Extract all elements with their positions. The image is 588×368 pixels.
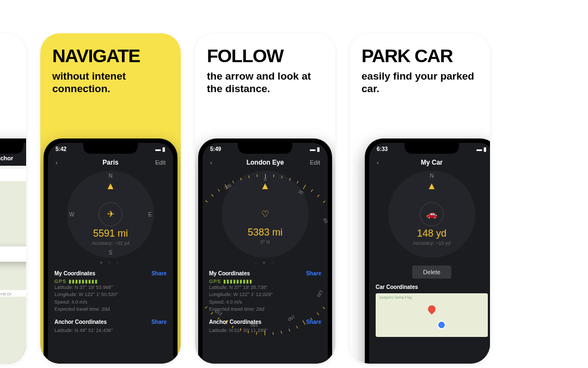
page-dots[interactable]: ○ ● ○ (203, 260, 328, 265)
eta: Expected travel time: 29d (54, 306, 167, 313)
notch (238, 143, 292, 154)
compass-north: N (430, 173, 433, 179)
card-subtitle: the arrow and look at the distance. (207, 70, 323, 96)
compass-east: E (148, 211, 152, 217)
compass-north: N (108, 173, 112, 179)
phone-mockup: 5:42 ▬ ▮ ‹ Paris Edit N S E W ▲ ✈ 5591 m… (44, 138, 177, 364)
promo-card-save: SAVE location by map or address. Add Anc… (0, 33, 26, 364)
mini-map[interactable]: Junipero Serra Fwy (376, 293, 488, 337)
compass-south: S (109, 250, 113, 256)
anchor-latitude: Latitude: N 51° 30' 11.280'' (209, 327, 321, 335)
status-icons: ▬ ▮ (310, 146, 320, 152)
status-time: 5:49 (210, 146, 221, 152)
phone-mockup: 5:49 ▬ ▮ ‹ London Eye Edit 0306090120150… (198, 138, 332, 364)
status-icons: ▬ ▮ (476, 146, 487, 152)
edit-button[interactable]: Edit (305, 159, 320, 166)
user-location-icon (437, 321, 446, 329)
card-title: NAVIGATE (52, 45, 169, 67)
promo-card-navigate: NAVIGATE without intenet connection. 5:4… (40, 33, 181, 364)
card-subtitle: without intenet connection. (52, 70, 169, 96)
gps-signal: GPS ▮▮▮▮▮▮▮▮▮ (209, 279, 321, 284)
distance-value: 148 yd (388, 228, 475, 239)
nav-title: My Car (421, 159, 443, 166)
car-pin-icon (426, 304, 437, 315)
status-time: 6:33 (377, 146, 388, 152)
anchor-coordinates-section: Anchor Coordinates Share Latitude: N 48°… (54, 319, 167, 335)
road-label: Junipero Serra Fwy (379, 295, 412, 299)
section-title: Car Coordinates (376, 284, 418, 290)
promo-card-follow: FOLLOW the arrow and look at the distanc… (195, 33, 335, 364)
nav-title: Paris (102, 159, 118, 166)
nav-bar: ‹ My Car (369, 152, 490, 168)
section-title: My Coordinates (54, 270, 95, 276)
car-icon: 🚗 (420, 202, 444, 226)
compass: N ▲ 🚗 148 yd Accuracy: ~10 yd (388, 171, 475, 258)
heart-icon: ♡ (254, 203, 277, 226)
back-button[interactable]: ‹ (210, 159, 225, 166)
direction-arrow-icon: ▲ (260, 180, 270, 192)
accuracy-label: Accuracy: ~10 yd (388, 240, 475, 246)
status-icons: ▬ ▮ (155, 146, 166, 152)
card-subtitle: location by map or address. (0, 70, 14, 96)
section-title: Anchor Coordinates (54, 319, 107, 325)
card-title: SAVE (0, 45, 14, 67)
notch (0, 143, 23, 154)
page-dots[interactable]: ● ○ ○ (48, 260, 173, 265)
edit-button[interactable]: Edit (150, 159, 166, 166)
share-button[interactable]: Share (151, 270, 167, 276)
delete-button[interactable]: Delete (412, 266, 451, 279)
nav-title: London Eye (247, 159, 284, 166)
gps-signal: GPS ▮▮▮▮▮▮▮▮▮ (54, 279, 167, 284)
map-area[interactable]: Merritt Dr (0, 181, 26, 364)
share-button[interactable]: Share (306, 319, 321, 325)
phone-mockup: 6:33 ▬ ▮ ‹ My Car N ▲ 🚗 148 yd Accuracy:… (365, 138, 490, 364)
coordinate-popup: 49.024'' — W 122° 1' 41.185'' (0, 246, 26, 262)
longitude: Longitude: W 122° 1' 50.520'' (54, 291, 167, 299)
compass-degrees: 0306090120150180210240270300330 ▲ ♡ 5383… (222, 171, 309, 258)
latitude: Latitude: N 37° 19' 53.968'' (54, 284, 167, 292)
phone-screen: 5:49 ▬ ▮ ‹ London Eye Edit 0306090120150… (203, 143, 328, 364)
section-title: My Coordinates (209, 270, 250, 276)
airplane-icon: ✈ (99, 202, 122, 226)
card-subtitle: easily find your parked car. (362, 70, 478, 96)
notch (405, 143, 459, 154)
promo-card-park: PARK CAR easily find your parked car. 6:… (350, 33, 490, 364)
my-coordinates-section: My Coordinates Share GPS ▮▮▮▮▮▮▮▮▮ Latit… (209, 270, 321, 313)
accuracy-label: Accuracy: ~32 yd (67, 240, 154, 246)
direction-arrow-icon: ▲ (106, 180, 115, 192)
distance-value: 5591 mi (67, 228, 154, 239)
nav-bar: ‹ Paris Edit (48, 152, 173, 168)
notch (83, 143, 138, 154)
status-time: 5:42 (56, 146, 66, 152)
phone-screen: 5:42 ▬ ▮ ‹ Paris Edit N S E W ▲ ✈ 5591 m… (48, 143, 173, 364)
compass: N S E W ▲ ✈ 5591 mi Accuracy: ~32 yd (67, 171, 154, 258)
eta: Expected travel time: 29d (209, 306, 321, 313)
phone-screen: Add Anchor Merritt Dr 49.024'' — W 122° … (0, 143, 26, 364)
search-input[interactable] (0, 169, 26, 181)
nav-bar: ‹ London Eye Edit (203, 152, 328, 168)
card-title: FOLLOW (207, 45, 323, 67)
back-button[interactable]: ‹ (377, 159, 392, 166)
share-button[interactable]: Share (306, 270, 321, 276)
distance-value: 5383 mi (222, 227, 309, 238)
speed: Speed: 4.0 m/s (209, 299, 321, 306)
compass-west: W (69, 211, 74, 217)
latitude: Latitude: N 37° 19' 28.738'' (209, 284, 321, 292)
phone-screen: 6:33 ▬ ▮ ‹ My Car N ▲ 🚗 148 yd Accuracy:… (369, 143, 490, 364)
bearing-label: 0° N (222, 239, 309, 245)
card-title: PARK CAR (362, 45, 478, 67)
anchor-latitude: Latitude: N 48° 51' 24.436'' (54, 327, 167, 335)
my-coordinates-section: My Coordinates Share GPS ▮▮▮▮▮▮▮▮▮ Latit… (54, 270, 167, 313)
direction-arrow-icon: ▲ (427, 180, 437, 192)
longitude: Longitude: W 122° 1' 12.029'' (209, 291, 321, 299)
speed: Speed: 4.0 m/s (54, 299, 167, 306)
share-button[interactable]: Share (151, 319, 167, 325)
phone-mockup: Add Anchor Merritt Dr 49.024'' — W 122° … (0, 138, 26, 364)
street-label: Merritt Dr (0, 292, 11, 297)
car-coordinates-section: Car Coordinates (376, 284, 488, 290)
back-button[interactable]: ‹ (56, 159, 71, 166)
screenshots-row: SAVE location by map or address. Add Anc… (0, 0, 588, 368)
